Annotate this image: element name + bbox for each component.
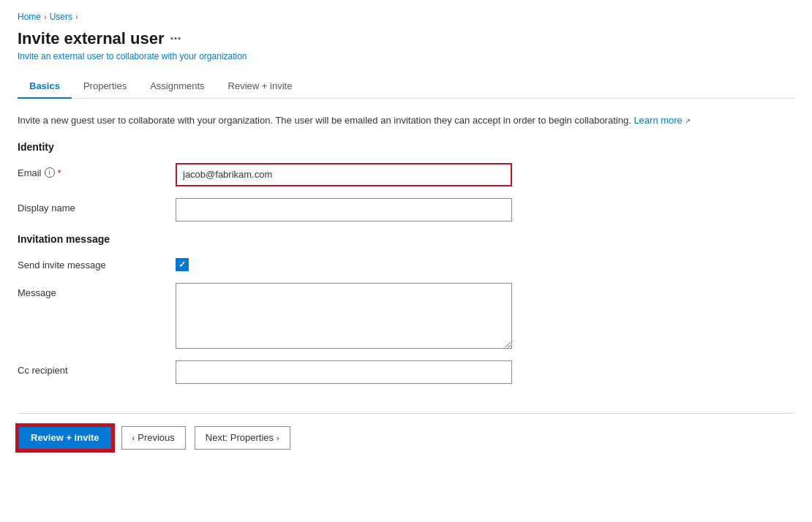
more-options-icon[interactable]: ··· — [170, 31, 181, 47]
email-input-wrapper — [176, 163, 512, 186]
cc-recipient-input[interactable] — [176, 360, 512, 384]
display-name-input[interactable] — [176, 198, 512, 222]
chevron-right-icon: › — [277, 434, 279, 442]
breadcrumb-sep-2: › — [75, 12, 78, 21]
send-invite-label: Send invite message — [18, 255, 164, 271]
tab-basics[interactable]: Basics — [18, 75, 72, 99]
send-invite-checkbox[interactable] — [176, 258, 189, 271]
breadcrumb-users[interactable]: Users — [50, 12, 72, 22]
previous-button[interactable]: ‹ Previous — [121, 426, 186, 450]
identity-section-title: Identity — [18, 141, 794, 153]
tab-review[interactable]: Review + invite — [217, 75, 304, 99]
breadcrumb: Home › Users › — [18, 12, 794, 22]
message-textarea[interactable] — [176, 283, 512, 349]
cc-recipient-label: Cc recipient — [18, 360, 164, 376]
learn-more-link[interactable]: Learn more — [634, 115, 690, 126]
message-label: Message — [18, 283, 164, 298]
page-title: Invite external user — [18, 29, 165, 48]
send-invite-checkbox-wrapper — [176, 255, 189, 271]
email-label: Email i * — [18, 163, 164, 178]
footer-bar: Review + invite ‹ Previous Next: Propert… — [18, 413, 794, 450]
tab-bar: Basics Properties Assignments Review + i… — [18, 75, 794, 99]
breadcrumb-home[interactable]: Home — [18, 12, 41, 22]
invitation-section-title: Invitation message — [18, 233, 794, 245]
description-text: Invite a new guest user to collaborate w… — [18, 113, 794, 128]
send-invite-form-row: Send invite message — [18, 255, 794, 271]
breadcrumb-sep-1: › — [44, 12, 47, 21]
email-input[interactable] — [176, 163, 512, 186]
page-header: Invite external user ··· — [18, 29, 794, 48]
email-info-icon[interactable]: i — [45, 167, 55, 178]
chevron-left-icon: ‹ — [132, 434, 135, 442]
next-button[interactable]: Next: Properties › — [195, 426, 290, 450]
invitation-section: Invitation message Send invite message M… — [18, 233, 794, 384]
page-subtitle: Invite an external user to collaborate w… — [18, 51, 794, 61]
tab-properties[interactable]: Properties — [72, 75, 138, 99]
message-form-row: Message — [18, 283, 794, 349]
tab-assignments[interactable]: Assignments — [138, 75, 216, 99]
cc-recipient-form-row: Cc recipient — [18, 360, 794, 384]
email-required-star: * — [58, 167, 61, 178]
display-name-form-row: Display name — [18, 198, 794, 222]
display-name-label: Display name — [18, 198, 164, 213]
email-form-row: Email i * — [18, 163, 794, 186]
review-invite-button[interactable]: Review + invite — [18, 425, 113, 450]
